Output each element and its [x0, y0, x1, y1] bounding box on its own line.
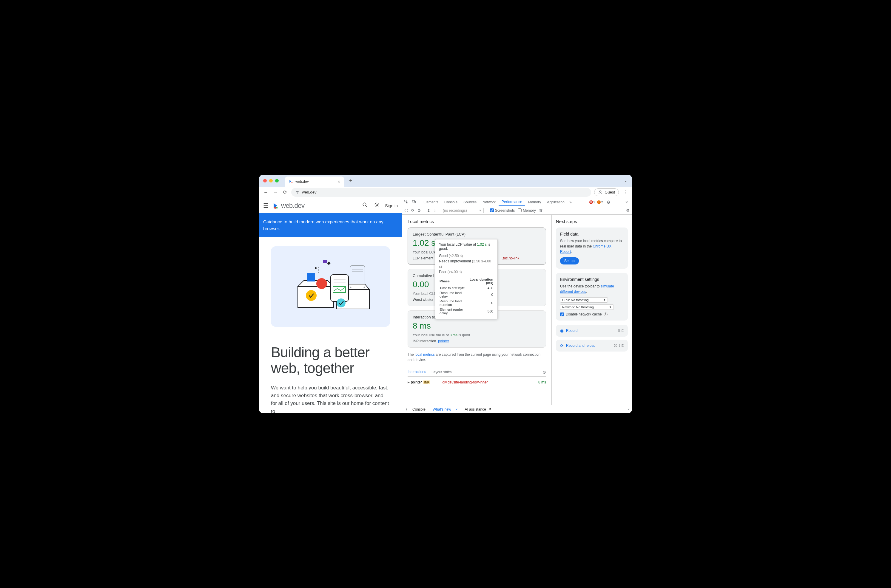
inspect-icon[interactable]	[402, 200, 410, 204]
local-metrics-title: Local metrics	[407, 219, 546, 224]
reload-button[interactable]: ⟳	[282, 189, 288, 195]
close-tab-icon[interactable]: ×	[338, 179, 340, 184]
svg-rect-24	[323, 260, 327, 263]
reload-record-icon[interactable]: ⟳	[411, 208, 415, 213]
tab-title: web.dev	[295, 180, 309, 184]
disable-cache-checkbox[interactable]	[560, 312, 564, 316]
window-minimize-button[interactable]	[269, 179, 273, 183]
expand-icon[interactable]: ▶	[407, 381, 410, 384]
back-button[interactable]: ←	[263, 190, 269, 195]
tab-network[interactable]: Network	[479, 198, 499, 206]
interaction-row[interactable]: ▶ pointer INP div.devsite-landing-row-in…	[407, 379, 546, 386]
tab-memory[interactable]: Memory	[525, 198, 544, 206]
window-close-button[interactable]	[263, 179, 267, 183]
tab-interactions[interactable]: Interactions	[407, 368, 426, 376]
signin-link[interactable]: Sign in	[385, 203, 398, 208]
omnibox[interactable]: web.dev	[291, 188, 591, 197]
svg-rect-21	[307, 273, 315, 282]
next-steps-pane: Next steps Field data See how your local…	[551, 214, 632, 405]
drawer-ai-tab[interactable]: AI assistance ⚗	[461, 407, 494, 411]
svg-point-0	[291, 182, 293, 183]
inp-interaction: INP interaction pointer	[413, 339, 541, 343]
devtools-menu-icon[interactable]: ⋮	[614, 200, 622, 204]
tab-strip: web.dev ×	[285, 175, 344, 187]
error-badge[interactable]: ✕2	[589, 200, 595, 204]
network-throttling-select[interactable]: Network: No throttling▼	[560, 304, 614, 310]
upload-icon[interactable]: ↥	[427, 208, 430, 213]
screenshots-checkbox[interactable]: Screenshots	[490, 208, 515, 213]
svg-point-8	[363, 203, 366, 206]
inp-pointer-link[interactable]: pointer	[438, 339, 449, 343]
inp-value: 8 ms	[413, 321, 541, 331]
svg-point-10	[376, 204, 378, 206]
perf-settings-icon[interactable]: ⚙	[626, 208, 630, 213]
record-reload-action[interactable]: ⟳ Record and reload ⌘ ⇧ E	[556, 340, 628, 351]
local-metrics-link[interactable]: local metrics	[415, 352, 435, 357]
site-logo[interactable]: web.dev	[273, 202, 304, 210]
tab-sources[interactable]: Sources	[460, 198, 479, 206]
tab-console[interactable]: Console	[441, 198, 460, 206]
setup-button[interactable]: Set up	[560, 257, 579, 264]
inp-desc: Your local INP value of 8 ms is good.	[413, 333, 541, 337]
local-metrics-note: The local metrics are captured from the …	[407, 352, 546, 363]
new-tab-button[interactable]: +	[347, 177, 355, 185]
record-shortcut: ⌘ E	[618, 329, 624, 333]
drawer-console-tab[interactable]: Console	[409, 407, 428, 411]
gc-icon[interactable]: 🗑	[539, 208, 543, 213]
hero-illustration	[271, 246, 390, 327]
hero-body: We want to help you build beautiful, acc…	[271, 384, 390, 413]
menu-icon[interactable]: ☰	[263, 202, 269, 209]
field-data-card: Field data See how your local metrics co…	[556, 228, 628, 268]
svg-point-6	[274, 207, 276, 209]
drawer-close-icon[interactable]: ×	[628, 407, 630, 411]
svg-line-15	[376, 203, 376, 204]
env-title: Environment settings	[560, 277, 624, 282]
svg-point-7	[276, 207, 278, 208]
clear-icon[interactable]: ⊘	[418, 208, 421, 213]
clear-interactions-icon[interactable]: ⊘	[542, 370, 546, 375]
cpu-throttling-select[interactable]: CPU: No throttling▼	[560, 297, 608, 303]
search-icon[interactable]	[361, 201, 369, 210]
interaction-selector: div.devsite-landing-row-inner	[442, 380, 488, 384]
browser-tab[interactable]: web.dev ×	[285, 177, 344, 187]
site-settings-icon[interactable]	[295, 190, 300, 195]
lcp-title: Largest Contentful Paint (LCP)	[413, 232, 541, 237]
inp-badge: INP	[423, 381, 431, 384]
help-icon[interactable]: ?	[604, 312, 607, 316]
record-button[interactable]	[405, 209, 408, 212]
tab-performance[interactable]: Performance	[499, 198, 525, 206]
tab-application[interactable]: Application	[544, 198, 568, 206]
device-toolbar-icon[interactable]	[410, 200, 418, 204]
address-bar: ← → ⟳ web.dev Guest ⋮	[259, 187, 632, 198]
more-tabs-icon[interactable]: »	[568, 200, 574, 204]
hero-title: Building a better web, together	[271, 345, 390, 376]
field-data-title: Field data	[560, 232, 624, 237]
svg-point-35	[337, 298, 346, 308]
recordings-dropdown[interactable]: (no recordings)▼	[441, 208, 484, 213]
record-action[interactable]: ◉ Record ⌘ E	[556, 325, 628, 337]
browser-menu-icon[interactable]: ⋮	[622, 189, 628, 195]
svg-line-18	[378, 203, 379, 204]
svg-line-9	[365, 206, 367, 207]
memory-checkbox[interactable]: Memory	[518, 208, 536, 213]
drawer-menu-icon[interactable]: ⋮	[405, 407, 408, 411]
svg-line-16	[378, 206, 379, 207]
tab-layout-shifts[interactable]: Layout shifts	[431, 368, 451, 376]
window-maximize-button[interactable]	[275, 179, 279, 183]
warning-badge[interactable]: !2	[597, 200, 603, 204]
page-banner: Guidance to build modern web experiences…	[259, 213, 402, 237]
drawer-whatsnew-tab[interactable]: What's new ×	[430, 407, 460, 411]
next-steps-title: Next steps	[556, 219, 628, 224]
svg-point-5	[600, 190, 601, 192]
download-icon: ↧	[433, 208, 437, 213]
devtools-body: Local metrics Largest Contentful Paint (…	[402, 214, 632, 405]
settings-icon[interactable]: ⚙	[605, 200, 612, 204]
theme-toggle-icon[interactable]	[373, 201, 381, 210]
devtools-close-icon[interactable]: ×	[624, 200, 630, 204]
devtools-panel: Elements Console Sources Network Perform…	[402, 198, 632, 413]
tab-overflow-icon[interactable]: ⌄	[624, 178, 627, 183]
profile-label: Guest	[604, 190, 615, 194]
tab-elements[interactable]: Elements	[421, 198, 441, 206]
profile-chip[interactable]: Guest	[594, 189, 619, 196]
forward-button[interactable]: →	[272, 190, 279, 195]
